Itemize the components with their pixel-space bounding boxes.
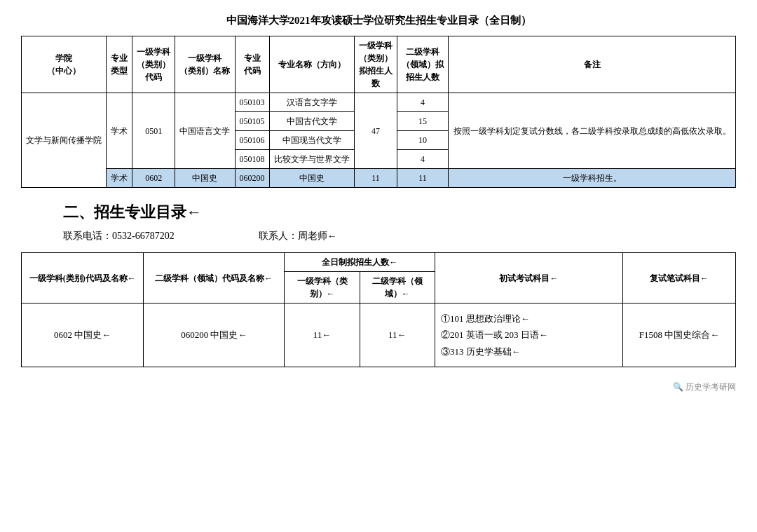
count1-cell: 47 (354, 93, 397, 169)
col-header-remark: 备注 (449, 36, 736, 93)
bh-col2: 二级学科（领域）代码及名称← (144, 253, 285, 303)
bottom-table: 一级学科(类别)代码及名称← 二级学科（领域）代码及名称← 全日制拟招生人数← … (21, 252, 736, 367)
code1-cell: 0501 (132, 93, 175, 169)
type-cell: 学术 (107, 93, 132, 169)
code1-cell: 0602 (132, 169, 175, 188)
data-col4: 11← (360, 303, 435, 367)
contact-row: 联系电话：0532-66787202 联系人：周老师← (63, 230, 736, 243)
college-cell: 文学与新闻传播学院 (22, 93, 107, 188)
col-header-count2: 二级学科（领域）拟招生人数 (397, 36, 449, 93)
table-row: 0602 中国史← 060200 中国史← 11← 11← ①101 思想政治理… (22, 303, 736, 367)
spec-name-cell: 中国史 (269, 169, 354, 188)
bh-col4: 初试考试科目← (435, 253, 622, 303)
page-title: 中国海洋大学2021年攻读硕士学位研究生招生专业目录（全日制） (21, 14, 736, 27)
spec-name-cell: 中国现当代文学 (269, 131, 354, 150)
bh-col5: 复试笔试科目← (623, 253, 736, 303)
bh-col1: 一级学科(类别)代码及名称← (22, 253, 144, 303)
spec-code-cell: 050106 (235, 131, 269, 150)
spec-code-cell: 060200 (235, 169, 269, 188)
bottom-table-wrap: 一级学科(类别)代码及名称← 二级学科（领域）代码及名称← 全日制拟招生人数← … (21, 252, 736, 367)
spec-code-cell: 050103 (235, 93, 269, 112)
remark-cell: 一级学科招生。 (449, 169, 736, 188)
data-col6: F1508 中国史综合← (623, 303, 736, 367)
count2-cell: 10 (397, 131, 449, 150)
bh-col3sub2: 二级学科（领域）← (360, 272, 435, 303)
data-col3: 11← (285, 303, 360, 367)
data-col1: 0602 中国史← (22, 303, 144, 367)
spec-name-cell: 中国古代文学 (269, 112, 354, 131)
col-header-type: 专业类型 (107, 36, 132, 93)
data-col5: ①101 思想政治理论← ②201 英语一或 203 日语← ③313 历史学基… (435, 303, 622, 367)
count2-cell: 11 (397, 169, 449, 188)
name1-cell: 中国史 (175, 169, 235, 188)
count1-cell: 11 (354, 169, 397, 188)
count2-cell: 4 (397, 93, 449, 112)
spec-code-cell: 050108 (235, 150, 269, 169)
col-header-code2: 专业代码 (235, 36, 269, 93)
section-title: 二、招生专业目录← (63, 202, 736, 223)
bh-col3-group: 全日制拟招生人数← (285, 253, 435, 272)
col-header-name1: 一级学科（类别）名称 (175, 36, 235, 93)
table-row: 文学与新闻传播学院 学术 0501 中国语言文学 050103 汉语言文字学 4… (22, 93, 736, 112)
watermark: 🔍 历史学考研网 (21, 381, 736, 393)
remark-cell: 按照一级学科划定复试分数线，各二级学科按录取总成绩的高低依次录取。 (449, 93, 736, 169)
count2-cell: 4 (397, 150, 449, 169)
type-cell: 学术 (107, 169, 132, 188)
col-header-college: 学院（中心） (22, 36, 107, 93)
spec-code-cell: 050105 (235, 112, 269, 131)
col-header-code1: 一级学科（类别）代码 (132, 36, 175, 93)
data-col2: 060200 中国史← (144, 303, 285, 367)
col-header-count1: 一级学科（类别）拟招生人数 (354, 36, 397, 93)
bh-col3sub1: 一级学科（类别）← (285, 272, 360, 303)
top-table: 学院（中心） 专业类型 一级学科（类别）代码 一级学科（类别）名称 专业代码 专… (21, 36, 736, 188)
contact-phone: 联系电话：0532-66787202 (63, 230, 175, 243)
spec-name-cell: 比较文学与世界文学 (269, 150, 354, 169)
col-header-name2: 专业名称（方向） (269, 36, 354, 93)
contact-person: 联系人：周老师← (259, 230, 337, 243)
count2-cell: 15 (397, 112, 449, 131)
name1-cell: 中国语言文学 (175, 93, 235, 169)
table-row: 学术 0602 中国史 060200 中国史 11 11 一级学科招生。 (22, 169, 736, 188)
spec-name-cell: 汉语言文字学 (269, 93, 354, 112)
